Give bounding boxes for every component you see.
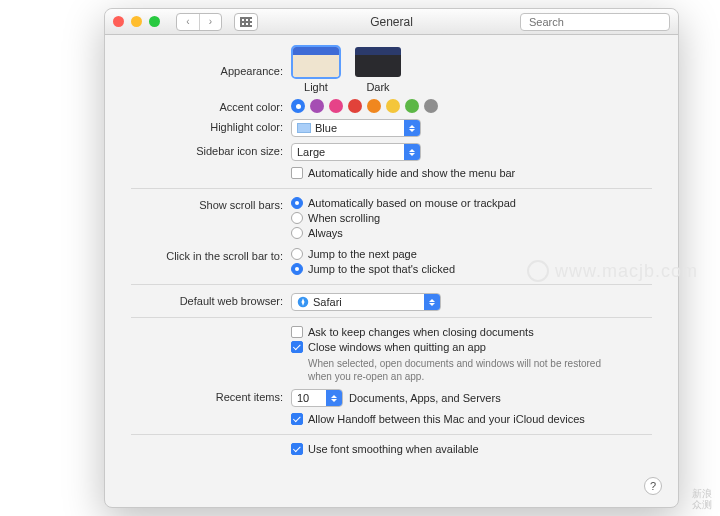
- appearance-dark-label: Dark: [353, 81, 403, 93]
- checkbox-icon[interactable]: [291, 443, 303, 455]
- grid-icon: [240, 17, 252, 27]
- auto-hide-menubar-label: Automatically hide and show the menu bar: [308, 167, 515, 179]
- radio-icon[interactable]: [291, 263, 303, 275]
- appearance-label: Appearance:: [131, 45, 291, 77]
- close-icon[interactable]: [113, 16, 124, 27]
- separator: [131, 434, 652, 435]
- clickbar-label: Click in the scroll bar to:: [131, 248, 291, 262]
- chevron-updown-icon: [326, 390, 342, 406]
- separator: [131, 188, 652, 189]
- recent-select[interactable]: 10: [291, 389, 343, 407]
- content: Appearance: Light Dark Accent color:: [105, 35, 678, 470]
- scrollbars-label: Show scroll bars:: [131, 197, 291, 211]
- sidebar-size-label: Sidebar icon size:: [131, 143, 291, 157]
- highlight-value: Blue: [315, 122, 337, 134]
- sidebar-size-value: Large: [297, 146, 325, 158]
- chevron-right-icon[interactable]: ›: [199, 14, 221, 30]
- highlight-swatch: [297, 123, 311, 133]
- highlight-select[interactable]: Blue: [291, 119, 421, 137]
- scrollbar-opt-scrolling[interactable]: When scrolling: [291, 212, 652, 224]
- search-field[interactable]: [520, 13, 670, 31]
- sidebar-size-select[interactable]: Large: [291, 143, 421, 161]
- browser-label: Default web browser:: [131, 293, 291, 307]
- appearance-light-label: Light: [291, 81, 341, 93]
- clickbar-opt-spot[interactable]: Jump to the spot that's clicked: [291, 263, 652, 275]
- handoff[interactable]: Allow Handoff between this Mac and your …: [291, 413, 652, 425]
- scrollbar-opt-always[interactable]: Always: [291, 227, 652, 239]
- scrollbar-opt-auto[interactable]: Automatically based on mouse or trackpad: [291, 197, 652, 209]
- accent-color-4[interactable]: [367, 99, 381, 113]
- radio-icon[interactable]: [291, 197, 303, 209]
- appearance-dark[interactable]: Dark: [353, 45, 403, 93]
- recent-value: 10: [297, 392, 309, 404]
- browser-value: Safari: [313, 296, 342, 308]
- accent-color-5[interactable]: [386, 99, 400, 113]
- checkbox-icon[interactable]: [291, 413, 303, 425]
- font-smoothing[interactable]: Use font smoothing when available: [291, 443, 652, 455]
- accent-color-1[interactable]: [310, 99, 324, 113]
- highlight-label: Highlight color:: [131, 119, 291, 133]
- nav-back-forward[interactable]: ‹ ›: [176, 13, 222, 31]
- search-input[interactable]: [529, 16, 667, 28]
- close-windows[interactable]: Close windows when quitting an app: [291, 341, 652, 353]
- close-windows-hint: When selected, open documents and window…: [308, 358, 608, 383]
- appearance-light[interactable]: Light: [291, 45, 341, 93]
- recent-label: Recent items:: [131, 389, 291, 403]
- checkbox-icon[interactable]: [291, 167, 303, 179]
- radio-icon[interactable]: [291, 227, 303, 239]
- browser-select[interactable]: Safari: [291, 293, 441, 311]
- recent-suffix: Documents, Apps, and Servers: [349, 392, 501, 404]
- safari-icon: [297, 296, 309, 308]
- radio-icon[interactable]: [291, 248, 303, 260]
- traffic-lights: [113, 16, 160, 27]
- accent-color-0[interactable]: [291, 99, 305, 113]
- accent-color-3[interactable]: [348, 99, 362, 113]
- chevron-updown-icon: [404, 120, 420, 136]
- zoom-icon[interactable]: [149, 16, 160, 27]
- titlebar: ‹ › General: [105, 9, 678, 35]
- accent-label: Accent color:: [131, 99, 291, 113]
- accent-color-row: [291, 99, 438, 113]
- checkbox-icon[interactable]: [291, 326, 303, 338]
- separator: [131, 284, 652, 285]
- show-all-button[interactable]: [234, 13, 258, 31]
- minimize-icon[interactable]: [131, 16, 142, 27]
- separator: [131, 317, 652, 318]
- checkbox-icon[interactable]: [291, 341, 303, 353]
- chevron-left-icon[interactable]: ‹: [177, 14, 199, 30]
- auto-hide-menubar[interactable]: Automatically hide and show the menu bar: [291, 167, 652, 179]
- preferences-window: ‹ › General Appearance: Light Dark: [104, 8, 679, 508]
- chevron-updown-icon: [404, 144, 420, 160]
- accent-color-6[interactable]: [405, 99, 419, 113]
- accent-color-2[interactable]: [329, 99, 343, 113]
- accent-color-7[interactable]: [424, 99, 438, 113]
- help-button[interactable]: ?: [644, 477, 662, 495]
- clickbar-opt-page[interactable]: Jump to the next page: [291, 248, 652, 260]
- ask-changes[interactable]: Ask to keep changes when closing documen…: [291, 326, 652, 338]
- chevron-updown-icon: [424, 294, 440, 310]
- brand-mark: 新浪 众测: [692, 488, 712, 510]
- radio-icon[interactable]: [291, 212, 303, 224]
